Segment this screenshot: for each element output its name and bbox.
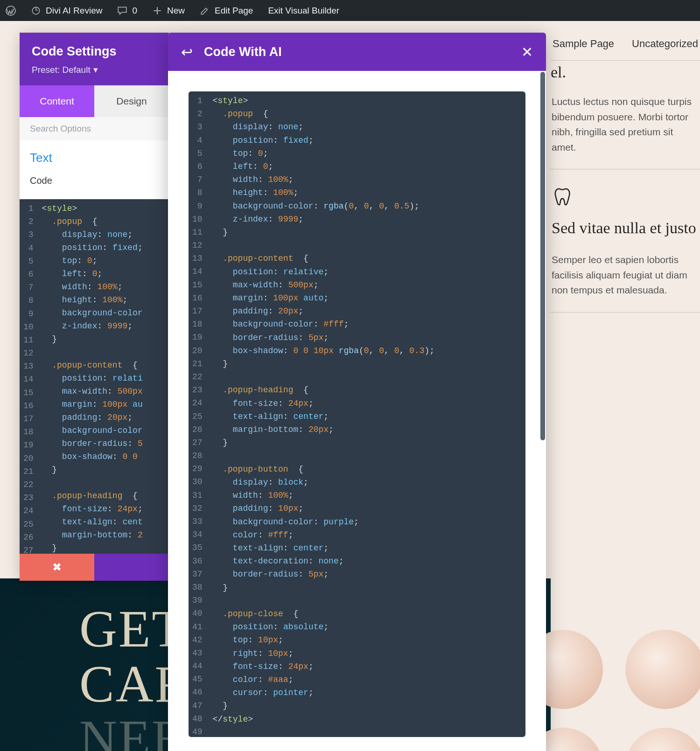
new[interactable]: New [152, 6, 185, 16]
close-icon: ✖ [52, 561, 62, 574]
comments[interactable]: 0 [117, 6, 137, 16]
nav-uncategorized[interactable]: Uncategorized [632, 38, 698, 50]
widget-heading-frag: el. [551, 60, 700, 81]
decor-circle [625, 630, 700, 709]
comments-count: 0 [132, 6, 137, 16]
widget2: Sed vitae nulla et justo Semper leo et s… [551, 169, 700, 312]
widget2-body: Semper leo et sapien lobortis facilisis … [552, 252, 699, 298]
ai-header: ↩ Code With AI ✕ [168, 33, 546, 71]
site-title-label: Divi AI Review [46, 6, 102, 16]
tab-content[interactable]: Content [20, 85, 94, 117]
wp-admin-bar: Divi AI Review 0 New Edit Page Exit Visu… [0, 0, 700, 21]
search-placeholder: Search Options [30, 124, 91, 133]
settings-title: Code Settings [32, 44, 157, 59]
new-label: New [167, 6, 185, 16]
edit-page[interactable]: Edit Page [200, 6, 253, 16]
settings-footer: ✖ [20, 554, 169, 581]
settings-header: Code Settings Preset: Default▾ [20, 33, 169, 85]
site-title[interactable]: Divi AI Review [31, 6, 102, 16]
cancel-button[interactable]: ✖ [20, 554, 94, 581]
widget1-body: Luctus lectus non quisque turpis bibendu… [552, 94, 699, 155]
field-code-label: Code [30, 175, 159, 186]
top-nav: Sample Page Uncategorized [551, 32, 700, 60]
ai-title: Code With AI [204, 45, 282, 59]
preset-selector[interactable]: Preset: Default▾ [32, 64, 157, 75]
exit-vb-label: Exit Visual Builder [268, 6, 339, 16]
accept-button[interactable] [94, 554, 169, 581]
section-text[interactable]: Text [30, 151, 159, 165]
scrollbar[interactable] [540, 72, 545, 440]
nav-sample-page[interactable]: Sample Page [553, 38, 614, 50]
wp-logo[interactable] [6, 6, 16, 16]
code-editor-left[interactable]: 1234567891011121314151617181920212223242… [20, 199, 169, 554]
edit-page-label: Edit Page [215, 6, 253, 16]
chevron-down-icon: ▾ [93, 64, 98, 75]
code-with-ai-panel: ↩ Code With AI ✕ 12345678910111213141516… [168, 33, 546, 751]
tooth-icon [552, 185, 575, 209]
code-editor-ai[interactable]: 1234567891011121314151617181920212223242… [189, 91, 525, 737]
exit-visual-builder[interactable]: Exit Visual Builder [268, 6, 339, 16]
search-input[interactable]: Search Options [20, 117, 169, 140]
tab-design[interactable]: Design [94, 85, 169, 117]
decor-circle [625, 728, 700, 751]
settings-tabs: Content Design [20, 85, 169, 117]
widget2-title: Sed vitae nulla et justo [552, 218, 699, 238]
close-button[interactable]: ✕ [521, 44, 533, 60]
back-button[interactable]: ↩ [181, 44, 193, 60]
code-settings-panel: Code Settings Preset: Default▾ Content D… [20, 33, 169, 581]
right-column: Sample Page Uncategorized el. Luctus lec… [551, 21, 700, 313]
